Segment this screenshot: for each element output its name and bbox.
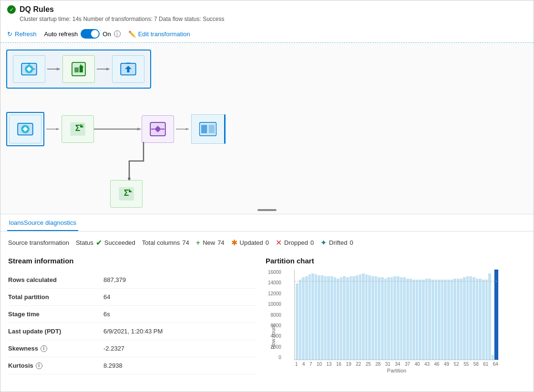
chart-bar-26 — [378, 277, 380, 360]
flow-row2: Σ — [6, 112, 226, 146]
svg-text:Σ: Σ — [75, 123, 81, 133]
chart-bar-3 — [305, 276, 308, 360]
source-transform-label: Source transformation — [8, 239, 69, 246]
chart-bar-19 — [356, 275, 359, 360]
y-label-8000: 8000 — [271, 312, 281, 318]
toggle-knob — [91, 30, 99, 38]
chart-bar-16 — [346, 277, 349, 360]
scrollbar-indicator[interactable] — [257, 209, 277, 211]
auto-refresh-toggle-container: Auto refresh On i — [44, 29, 121, 39]
chart-bar-0 — [296, 283, 298, 360]
tab-bar: loansSource diagnostics — [0, 214, 534, 231]
y-label-0: 0 — [278, 355, 281, 360]
source2-node-icon — [15, 119, 35, 139]
y-label-10000: 10000 — [268, 302, 281, 307]
flow-row2-source-wrap — [6, 112, 44, 146]
svg-rect-31 — [201, 125, 207, 133]
chart-bar-7 — [318, 275, 320, 360]
chart-bar-39 — [419, 280, 421, 360]
x-label-19: 19 — [346, 362, 351, 367]
status-label: Status — [76, 239, 93, 246]
x-label-7: 7 — [309, 362, 312, 367]
chart-bar-6 — [315, 274, 318, 360]
flow-node-sink2-wrap — [191, 114, 226, 144]
updated-value: 0 — [266, 239, 269, 246]
chart-bar-32 — [397, 276, 400, 360]
subtitle: Cluster startup time: 14s Number of tran… — [20, 16, 527, 22]
chart-bar-34 — [403, 277, 406, 360]
x-label-16: 16 — [336, 362, 341, 367]
stats-updated: ✱ Updated 0 — [231, 238, 269, 247]
flow-arrow3 — [44, 126, 62, 132]
sink-node-icon — [118, 59, 138, 79]
chart-bar-59 — [482, 280, 485, 360]
chart-bar-21 — [362, 273, 365, 360]
kurtosis-key: Kurtosis i — [8, 362, 103, 369]
dropped-value: 0 — [310, 239, 314, 246]
main-content: Stream information Rows calculated 887,3… — [8, 257, 526, 374]
info-row-stage: Stage time 6s — [8, 306, 256, 323]
updated-label: Updated — [240, 239, 263, 246]
lastupdate-key: Last update (PDT) — [8, 328, 103, 335]
flow-node-source1[interactable] — [13, 55, 45, 83]
chart-bar-58 — [479, 279, 482, 360]
flow-node-sink1[interactable] — [112, 55, 144, 83]
drifted-dot-icon: ✦ — [320, 238, 327, 247]
chart-bar-35 — [406, 279, 409, 360]
chart-bar-29 — [387, 277, 390, 360]
partition-val: 64 — [103, 293, 110, 301]
chart-bar-60 — [485, 280, 488, 360]
chart-bar-28 — [384, 279, 387, 360]
drifted-value: 0 — [349, 239, 353, 246]
chart-bar-41 — [425, 279, 428, 360]
tab-loans-source[interactable]: loansSource diagnostics — [7, 214, 78, 231]
toggle-info-icon[interactable]: i — [114, 30, 121, 37]
x-label-52: 52 — [454, 362, 459, 367]
refresh-button[interactable]: ↻ Refresh — [7, 30, 37, 38]
x-label-64: 64 — [493, 362, 498, 367]
info-row-kurtosis: Kurtosis i 8.2938 — [8, 357, 256, 374]
svg-marker-4 — [57, 68, 61, 70]
flow-node-transform1[interactable] — [62, 55, 95, 83]
flow-node-aggregate2[interactable]: Σ — [110, 180, 143, 208]
flow-node-aggregate[interactable]: Σ — [62, 115, 94, 143]
skewness-info-icon[interactable]: i — [41, 345, 47, 352]
x-label-34: 34 — [395, 362, 400, 367]
stage-key: Stage time — [8, 311, 103, 318]
updated-dot-icon: ✱ — [231, 238, 237, 247]
chart-bar-37 — [412, 280, 415, 360]
x-label-28: 28 — [375, 362, 380, 367]
x-label-37: 37 — [405, 362, 410, 367]
kurtosis-info-icon[interactable]: i — [36, 362, 42, 369]
chart-dashed-line — [295, 281, 499, 281]
chart-bar-8 — [321, 275, 324, 360]
x-label-61: 61 — [483, 362, 488, 367]
new-label: New — [203, 239, 215, 246]
auto-refresh-toggle[interactable] — [81, 29, 100, 39]
x-label-40: 40 — [414, 362, 420, 367]
chart-bar-51 — [457, 279, 460, 360]
chart-bar-42 — [428, 279, 431, 360]
chart-bar-46 — [441, 280, 444, 360]
flow-node-source2[interactable] — [9, 115, 41, 143]
stats-new: + New 74 — [196, 239, 225, 247]
x-label-13: 13 — [327, 362, 332, 367]
x-label-31: 31 — [385, 362, 390, 367]
chart-bar-11 — [330, 276, 333, 360]
header: ✓ DQ Rules Cluster startup time: 14s Num… — [0, 0, 534, 25]
svg-marker-22 — [137, 128, 142, 131]
main-container: ✓ DQ Rules Cluster startup time: 14s Num… — [0, 0, 534, 392]
total-columns-label: Total columns — [142, 239, 180, 246]
split-node-icon — [148, 119, 168, 139]
diagnostics-content: Source transformation Status ✔ Succeeded… — [0, 231, 534, 392]
x-label-49: 49 — [444, 362, 449, 367]
edit-transformation-button[interactable]: ✏️ Edit transformation — [128, 30, 190, 38]
chart-bar-24 — [371, 276, 374, 360]
refresh-icon: ↻ — [7, 30, 12, 38]
chart-bar-5 — [311, 273, 314, 360]
chart-bar-40 — [422, 280, 425, 360]
chart-bar-15 — [343, 276, 346, 360]
flow-node-split[interactable] — [142, 115, 174, 143]
x-label-1: 1 — [295, 362, 298, 367]
flow-node-sink2[interactable] — [192, 115, 224, 143]
